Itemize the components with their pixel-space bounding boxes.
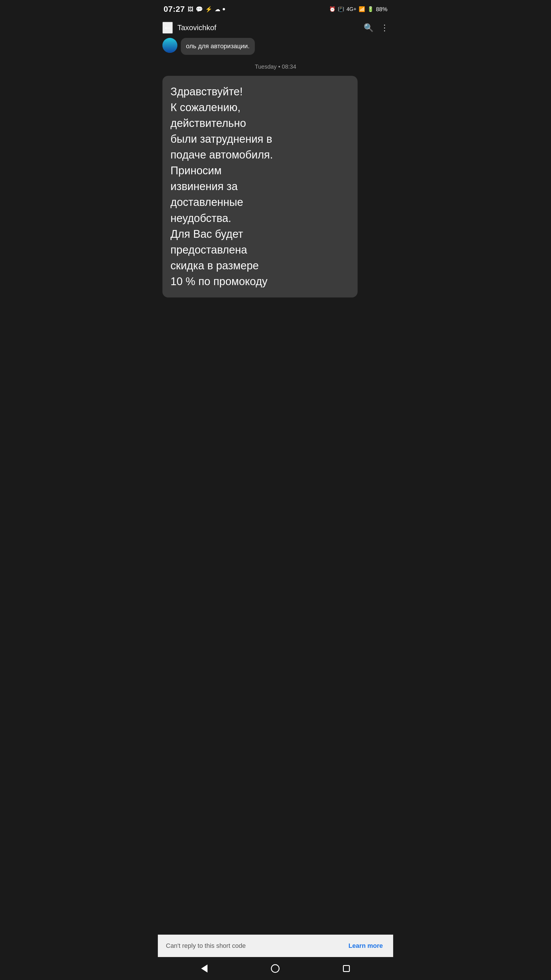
network-icon: 4G+ bbox=[346, 6, 356, 12]
zap-icon: ⚡ bbox=[205, 6, 212, 13]
battery-level: 88% bbox=[376, 6, 387, 13]
message-text: Здравствуйте! К сожалению, действительно… bbox=[170, 86, 273, 288]
nav-back-icon bbox=[201, 964, 208, 972]
message-timestamp: Tuesday • 08:34 bbox=[158, 64, 393, 70]
app-bar: ← Taxovichkof 🔍 ⋮ bbox=[158, 17, 393, 38]
more-options-button[interactable]: ⋮ bbox=[381, 23, 389, 32]
battery-icon: 🔋 bbox=[367, 6, 374, 12]
avatar bbox=[162, 38, 177, 53]
signal-icon: 📶 bbox=[359, 6, 365, 12]
status-time: 07:27 bbox=[164, 5, 185, 14]
nav-home-button[interactable] bbox=[271, 964, 279, 973]
app-bar-actions: 🔍 ⋮ bbox=[364, 23, 389, 32]
nav-home-icon bbox=[271, 964, 279, 973]
cant-reply-bar: Can't reply to this short code Learn mor… bbox=[158, 935, 393, 957]
back-button[interactable]: ← bbox=[162, 22, 173, 33]
notification-dot bbox=[223, 8, 225, 10]
app-title: Taxovichkof bbox=[177, 23, 364, 32]
previous-message-area: оль для авторизации. bbox=[158, 38, 393, 55]
learn-more-button[interactable]: Learn more bbox=[346, 941, 385, 951]
cant-reply-text: Can't reply to this short code bbox=[166, 942, 246, 950]
chat-icon: 💬 bbox=[196, 6, 203, 13]
search-button[interactable]: 🔍 bbox=[364, 23, 374, 32]
navigation-bar bbox=[158, 957, 393, 980]
gallery-icon: 🖼 bbox=[188, 6, 194, 13]
nav-back-button[interactable] bbox=[201, 964, 208, 972]
avatar-image bbox=[162, 38, 177, 53]
vibrate-icon: 📳 bbox=[338, 6, 344, 12]
status-right: ⏰ 📳 4G+ 📶 🔋 88% bbox=[329, 6, 387, 13]
alarm-icon: ⏰ bbox=[329, 6, 335, 12]
status-icons-left: 🖼 💬 ⚡ ☁ bbox=[188, 6, 225, 13]
previous-message-text: оль для авторизации. bbox=[186, 43, 250, 50]
cloud-icon: ☁ bbox=[215, 6, 221, 13]
nav-recent-icon bbox=[343, 965, 350, 972]
message-container: Здравствуйте! К сожалению, действительно… bbox=[158, 76, 393, 298]
status-bar: 07:27 🖼 💬 ⚡ ☁ ⏰ 📳 4G+ 📶 🔋 88% bbox=[158, 0, 393, 17]
message-bubble: Здравствуйте! К сожалению, действительно… bbox=[162, 76, 357, 298]
nav-recent-button[interactable] bbox=[343, 965, 350, 972]
previous-message-bubble: оль для авторизации. bbox=[181, 38, 255, 55]
status-left: 07:27 🖼 💬 ⚡ ☁ bbox=[164, 5, 225, 14]
